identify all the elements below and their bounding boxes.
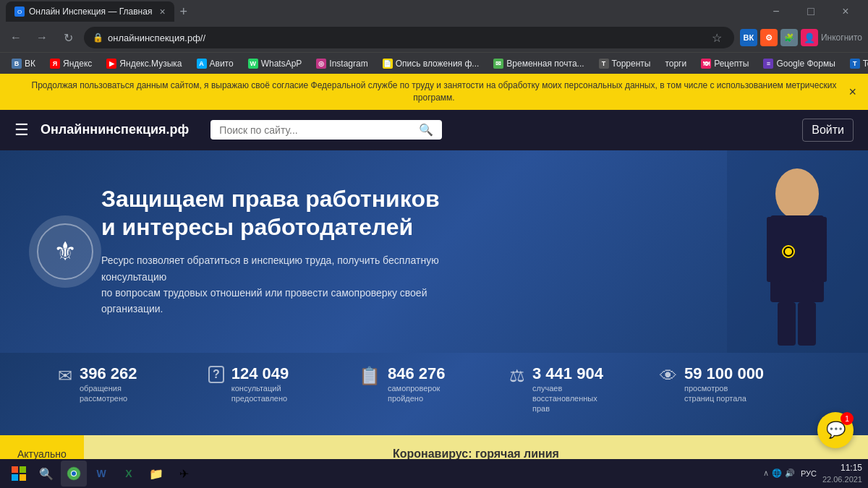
lock-icon: 🔒 xyxy=(93,33,103,43)
forward-button[interactable]: → xyxy=(32,27,52,48)
files-icon: 📁 xyxy=(149,467,163,481)
appeals-label: обращениярассмотрено xyxy=(80,383,137,404)
bm-whatsapp-icon: W xyxy=(248,59,258,69)
taskbar-search-button[interactable]: 🔍 xyxy=(35,462,58,485)
bookmark-vk[interactable]: В ВК xyxy=(6,57,41,70)
bm-yandex-label: Яндекс xyxy=(63,59,92,69)
consultations-icon: ? xyxy=(208,366,224,383)
search-bar: 🔍 xyxy=(210,120,442,140)
bm-avito-icon: А xyxy=(197,59,207,69)
network-icon[interactable]: 🌐 xyxy=(772,468,782,478)
stat-consultations-content: 124 049 консультацийпредоставлено xyxy=(231,364,289,404)
browser-tab[interactable]: О Онлайн Инспекция — Главная × xyxy=(6,1,174,22)
stat-checks-content: 846 276 самопроверокпройдено xyxy=(388,364,446,404)
hero-person-image xyxy=(727,150,868,353)
views-label: просмотровстраниц портала xyxy=(684,383,757,404)
url-text: онлайнинспекция.рф// xyxy=(108,33,704,43)
checks-icon: 📋 xyxy=(359,366,380,386)
bm-mail-icon: ✉ xyxy=(493,59,503,69)
taskbar-app-excel[interactable]: X xyxy=(116,461,142,487)
bm-torrents-label: Торренты xyxy=(612,59,651,69)
consultations-label: консультацийпредоставлено xyxy=(231,383,289,404)
ext-vk-icon[interactable]: ВК xyxy=(740,29,757,46)
bookmark-yandex[interactable]: Я Яндекс xyxy=(44,57,98,70)
search-input[interactable] xyxy=(219,124,419,136)
bookmark-forms[interactable]: ≡ Google Формы xyxy=(757,57,841,70)
bookmark-torrents[interactable]: T Торренты xyxy=(593,57,657,70)
start-button[interactable] xyxy=(6,461,32,487)
address-bar-row: ← → ↻ 🔒 онлайнинспекция.рф// ☆ ВК ⚙ 🧩 👤 … xyxy=(0,23,868,52)
bookmark-recipes[interactable]: 🍽 Рецепты xyxy=(695,57,754,70)
bm-opis-label: Опись вложения ф... xyxy=(396,59,480,69)
new-tab-button[interactable]: + xyxy=(180,4,188,20)
bookmarks-bar: В ВК Я Яндекс ▶ Яндекс.Музыка А Авито W … xyxy=(0,52,868,74)
taskbar-app-browser[interactable] xyxy=(61,461,87,487)
stat-appeals-content: 396 262 обращениярассмотрено xyxy=(80,364,137,404)
svg-rect-7 xyxy=(778,302,796,346)
back-button[interactable]: ← xyxy=(6,27,26,48)
consultations-number: 124 049 xyxy=(231,364,289,383)
emblem-svg: ⚜ xyxy=(36,223,94,281)
address-actions: ☆ xyxy=(708,31,726,45)
word-icon: W xyxy=(96,468,106,479)
stat-appeals: ✉ 396 262 обращениярассмотрено xyxy=(58,364,208,414)
bm-recipes-icon: 🍽 xyxy=(701,59,711,69)
taskbar-right: ∧ 🌐 🔊 РУС 11:15 22.06.2021 xyxy=(763,463,862,484)
windows-logo-icon xyxy=(12,466,26,481)
bm-music-label: Яндекс.Музыка xyxy=(119,59,182,69)
chrome-icon xyxy=(67,466,81,481)
tab-close-button[interactable]: × xyxy=(159,6,165,17)
stat-views-content: 59 100 000 просмотровстраниц портала xyxy=(684,364,764,404)
bookmark-techstream[interactable]: T Techstream 7.20.04... xyxy=(844,57,868,70)
hamburger-menu-button[interactable]: ☰ xyxy=(14,121,29,140)
volume-icon[interactable]: 🔊 xyxy=(785,468,795,478)
bookmark-whatsapp[interactable]: W WhatsApP xyxy=(242,57,308,70)
notification-close-button[interactable]: × xyxy=(848,84,856,99)
tab-favicon: О xyxy=(14,7,25,17)
svg-rect-13 xyxy=(12,474,18,481)
bookmark-music[interactable]: ▶ Яндекс.Музыка xyxy=(101,57,187,70)
login-button[interactable]: Войти xyxy=(802,119,854,142)
stat-consultations: ? 124 049 консультацийпредоставлено xyxy=(208,364,359,414)
clock-display: 11:15 22.06.2021 xyxy=(822,463,862,484)
bookmark-opis[interactable]: 📄 Опись вложения ф... xyxy=(377,57,485,70)
bm-instagram-icon: ◎ xyxy=(316,59,326,69)
taskbar-app-telegram[interactable]: ✈ xyxy=(171,461,197,487)
bm-forms-label: Google Формы xyxy=(776,59,835,69)
taskbar-app-word[interactable]: W xyxy=(88,461,114,487)
bm-mail-label: Временная почта... xyxy=(506,59,584,69)
views-icon: 👁 xyxy=(660,366,677,386)
bookmark-instagram[interactable]: ◎ Instagram xyxy=(310,57,373,70)
ext-icon-2[interactable]: ⚙ xyxy=(760,29,778,46)
bookmark-mail[interactable]: ✉ Временная почта... xyxy=(488,57,590,70)
bm-recipes-label: Рецепты xyxy=(714,59,749,69)
excel-icon: X xyxy=(125,468,132,479)
browser-chrome: О Онлайн Инспекция — Главная × + − □ × ←… xyxy=(0,0,868,74)
bm-yandex-icon: Я xyxy=(50,59,60,69)
maximize-button[interactable]: □ xyxy=(794,1,827,22)
bookmark-avito[interactable]: А Авито xyxy=(191,57,239,70)
cases-number: 3 441 904 xyxy=(532,364,605,383)
bookmark-torgi[interactable]: торги xyxy=(659,57,692,70)
profile-icon[interactable]: 👤 xyxy=(801,29,818,46)
bookmark-star-icon[interactable]: ☆ xyxy=(708,31,726,45)
tray-arrow-icon[interactable]: ∧ xyxy=(763,468,769,478)
bm-techstream-label: Techstream 7.20.04... xyxy=(863,59,868,69)
reload-button[interactable]: ↻ xyxy=(58,27,78,48)
stat-cases-content: 3 441 904 случаеввосстановленных прав xyxy=(532,364,605,414)
bm-techstream-icon: T xyxy=(850,59,860,69)
address-bar[interactable]: 🔒 онлайнинспекция.рф// ☆ xyxy=(84,27,734,48)
minimize-button[interactable]: − xyxy=(760,1,793,22)
taskbar-apps: W X 📁 ✈ xyxy=(61,461,197,487)
extensions-area: ВК ⚙ 🧩 👤 Инкогнито xyxy=(740,29,862,46)
bm-opis-icon: 📄 xyxy=(383,59,393,69)
chat-badge: 1 xyxy=(841,412,854,425)
chat-button[interactable]: 💬 1 xyxy=(817,412,854,448)
close-button[interactable]: × xyxy=(829,1,862,22)
taskbar-app-files[interactable]: 📁 xyxy=(143,461,169,487)
hero-section: ⚜ Защищаем права работникови интересы ра… xyxy=(0,150,868,353)
appeals-icon: ✉ xyxy=(58,366,72,386)
bm-forms-icon: ≡ xyxy=(763,59,773,69)
ext-icon-3[interactable]: 🧩 xyxy=(780,29,798,46)
search-icon[interactable]: 🔍 xyxy=(419,123,433,137)
